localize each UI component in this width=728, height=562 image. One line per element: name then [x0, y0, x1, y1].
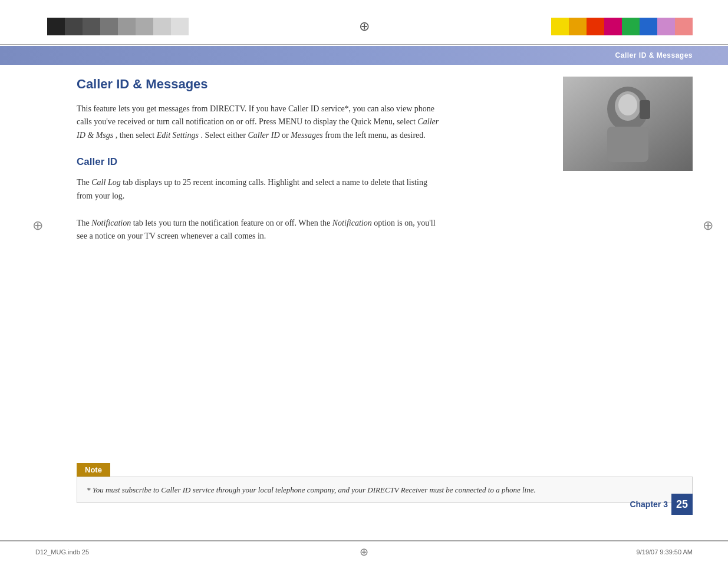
sq-yellow — [551, 18, 569, 35]
top-rule — [0, 44, 728, 45]
sq-3 — [83, 18, 100, 35]
sq-light-red — [675, 18, 693, 35]
chapter-badge: Chapter 3 25 — [630, 494, 693, 515]
right-margin-crosshair: ⊕ — [703, 218, 713, 233]
caller-id-photo — [563, 77, 693, 171]
sq-4 — [100, 18, 118, 35]
left-color-squares — [47, 18, 189, 35]
footer-left: D12_MUG.indb 25 — [35, 548, 255, 556]
caller-id-para2: The Notification tab lets you turn the n… — [77, 217, 442, 243]
caller-id-para1: The Call Log tab displays up to 25 recen… — [77, 176, 442, 203]
sq-5 — [118, 18, 136, 35]
intro-paragraph: This feature lets you get messages from … — [77, 103, 442, 142]
left-margin-crosshair: ⊕ — [32, 218, 43, 233]
svg-rect-4 — [607, 127, 648, 162]
main-content: Caller ID & Messages This feature lets y… — [77, 77, 693, 491]
header-band-title: Caller ID & Messages — [615, 51, 693, 59]
header-band: Caller ID & Messages — [0, 46, 728, 65]
sq-6 — [136, 18, 153, 35]
footer-crosshair: ⊕ — [255, 546, 474, 558]
footer: D12_MUG.indb 25 ⊕ 9/19/07 9:39:50 AM — [0, 541, 728, 562]
note-content: * You must subscribe to Caller ID servic… — [77, 477, 693, 504]
sq-blue — [640, 18, 657, 35]
sq-green — [622, 18, 640, 35]
top-crosshair: ⊕ — [355, 18, 373, 35]
sq-red — [587, 18, 604, 35]
svg-point-6 — [618, 94, 637, 115]
page-number: 25 — [671, 494, 693, 515]
footer-right: 9/19/07 9:39:50 AM — [473, 548, 693, 556]
sq-orange — [569, 18, 587, 35]
svg-rect-5 — [640, 100, 650, 119]
sq-7 — [153, 18, 171, 35]
note-box: Note * You must subscribe to Caller ID s… — [77, 463, 693, 504]
note-label: Note — [77, 463, 110, 477]
chapter-label: Chapter 3 — [630, 500, 668, 509]
right-color-squares — [551, 18, 693, 35]
sq-2 — [65, 18, 83, 35]
sq-pink — [657, 18, 675, 35]
sq-pink-red — [604, 18, 622, 35]
sq-1 — [47, 18, 65, 35]
sq-8 — [171, 18, 189, 35]
